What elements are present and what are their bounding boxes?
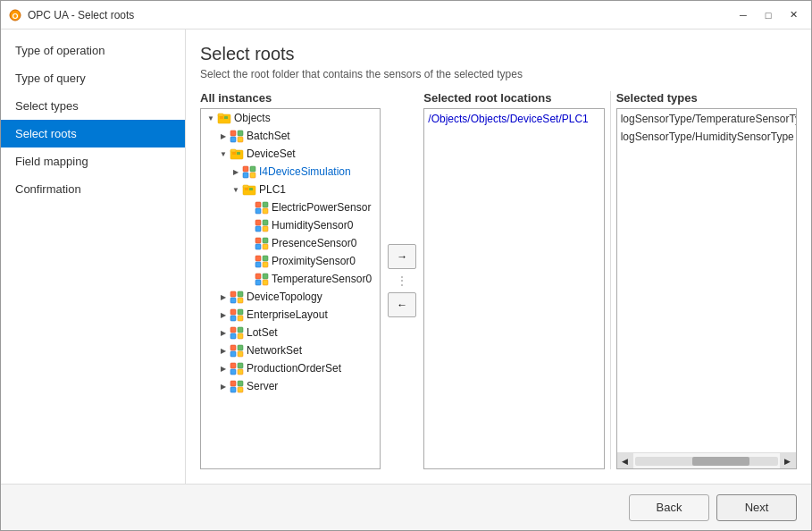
- back-button[interactable]: Back: [629, 494, 709, 521]
- scroll-right-button[interactable]: ▶: [780, 453, 796, 469]
- svg-rect-48: [230, 316, 236, 321]
- all-instances-tree[interactable]: Objects BatchSet: [200, 108, 381, 469]
- svg-rect-13: [237, 152, 240, 155]
- tree-node-lotset[interactable]: LotSet: [201, 324, 380, 341]
- svg-rect-35: [263, 256, 268, 261]
- tree-node-humidity0[interactable]: HumiditySensor0: [201, 216, 380, 234]
- tree-label-objects: Objects: [234, 112, 271, 124]
- svg-rect-51: [238, 327, 243, 333]
- sidebar-item-select-types[interactable]: Select types: [1, 92, 185, 120]
- tree-label-lotset: LotSet: [247, 326, 278, 339]
- tree-node-electric[interactable]: ElectricPowerSensor: [201, 198, 380, 216]
- tree-node-plc1[interactable]: PLC1: [201, 181, 380, 198]
- svg-rect-53: [238, 333, 243, 339]
- svg-rect-52: [230, 333, 236, 339]
- tree-node-server[interactable]: Server: [201, 377, 380, 395]
- tree-label-server: Server: [247, 380, 278, 392]
- dots-separator: ⋮: [396, 274, 408, 287]
- types-scrollbar[interactable]: ◀ ▶: [617, 452, 796, 468]
- svg-text:O: O: [12, 12, 18, 21]
- selected-roots-list[interactable]: /Objects/Objects/DeviceSet/PLC1: [423, 108, 604, 469]
- tree-label-batchset: BatchSet: [247, 130, 290, 142]
- tree-node-productionorder[interactable]: ProductionOrderSet: [201, 359, 380, 377]
- svg-rect-31: [263, 238, 268, 243]
- all-instances-panel: All instances Objects: [200, 91, 381, 469]
- panel-divider: [610, 91, 611, 469]
- sidebar-item-field-mapping[interactable]: Field mapping: [1, 148, 185, 175]
- expand-plc1-icon: [230, 186, 242, 194]
- object-icon-server: [230, 379, 244, 393]
- svg-rect-59: [238, 363, 243, 368]
- scroll-left-button[interactable]: ◀: [617, 453, 633, 469]
- main-content: Select roots Select the root folder that…: [186, 30, 811, 484]
- svg-rect-49: [238, 316, 243, 321]
- object-icon-productionorder: [230, 361, 244, 375]
- svg-rect-22: [255, 202, 261, 207]
- sidebar-item-type-operation[interactable]: Type of operation: [1, 37, 185, 64]
- svg-rect-29: [263, 226, 268, 232]
- svg-rect-34: [255, 256, 261, 261]
- svg-rect-14: [243, 166, 248, 172]
- close-button[interactable]: ✕: [783, 6, 804, 24]
- svg-rect-37: [263, 262, 268, 267]
- type-item-temperature: logSensorType/TemperatureSensorType: [621, 113, 792, 125]
- remove-root-button[interactable]: ←: [388, 292, 416, 317]
- app-icon: O: [8, 8, 22, 22]
- window-controls: ─ □ ✕: [732, 6, 804, 24]
- svg-rect-16: [243, 173, 248, 178]
- tree-label-temperature: TemperatureSensor0: [272, 273, 372, 285]
- svg-rect-64: [230, 387, 236, 392]
- tree-label-devicetopo: DeviceTopology: [247, 291, 322, 303]
- tree-node-proximity[interactable]: ProximitySensor0: [201, 252, 380, 270]
- object-icon-i4device: [242, 164, 256, 179]
- svg-rect-9: [238, 137, 243, 142]
- object-icon-proximity: [255, 254, 269, 268]
- expand-enterprise-icon: [217, 311, 230, 319]
- tree-node-temperature[interactable]: TemperatureSensor0: [201, 270, 380, 288]
- tree-node-presence[interactable]: PresenceSensor0: [201, 234, 380, 252]
- folder-icon: [217, 111, 231, 125]
- sidebar-item-type-query[interactable]: Type of query: [1, 64, 185, 92]
- svg-rect-19: [243, 185, 248, 188]
- tree-node-networkset[interactable]: NetworkSet: [201, 341, 380, 359]
- tree-node-batchset[interactable]: BatchSet: [201, 127, 380, 145]
- tree-label-humidity0: HumiditySensor0: [272, 219, 353, 232]
- svg-rect-8: [230, 137, 236, 142]
- sidebar-item-confirmation[interactable]: Confirmation: [1, 175, 185, 203]
- svg-rect-65: [238, 387, 243, 392]
- tree-node-objects[interactable]: Objects: [201, 109, 380, 127]
- sidebar-item-select-roots[interactable]: Select roots: [1, 120, 185, 148]
- svg-rect-61: [238, 369, 243, 375]
- object-icon-temperature: [255, 272, 269, 286]
- svg-rect-5: [224, 116, 228, 119]
- tree-node-devicetopology[interactable]: DeviceTopology: [201, 288, 380, 306]
- selected-roots-panel: Selected root locations /Objects/Objects…: [423, 91, 604, 469]
- tree-node-i4device[interactable]: I4DeviceSimulation: [201, 163, 380, 181]
- object-icon-networkset: [230, 343, 244, 358]
- add-root-button[interactable]: →: [388, 244, 416, 269]
- folder-icon-deviceset: [230, 147, 244, 161]
- tree-node-enterprise[interactable]: EnterpriseLayout: [201, 306, 380, 324]
- next-button[interactable]: Next: [716, 494, 797, 521]
- tree-label-proximity: ProximitySensor0: [272, 255, 356, 267]
- selected-types-list: logSensorType/TemperatureSensorType logS…: [616, 108, 797, 469]
- maximize-button[interactable]: □: [758, 6, 779, 24]
- svg-rect-24: [255, 208, 261, 214]
- expand-i4device-icon: [230, 168, 242, 176]
- selected-types-panel: Selected types logSensorType/Temperature…: [616, 91, 797, 469]
- selected-location-item[interactable]: /Objects/Objects/DeviceSet/PLC1: [424, 109, 603, 129]
- expand-batchset-icon: [217, 132, 230, 140]
- svg-rect-17: [250, 173, 255, 178]
- selected-types-content: logSensorType/TemperatureSensorType logS…: [617, 109, 796, 152]
- scroll-track[interactable]: [635, 457, 778, 466]
- tree-node-deviceset[interactable]: DeviceSet: [201, 145, 380, 163]
- footer: Back Next: [1, 484, 811, 530]
- tree-label-presence: PresenceSensor0: [272, 237, 356, 249]
- svg-rect-36: [255, 262, 261, 267]
- svg-rect-4: [220, 116, 223, 119]
- object-icon-electric: [255, 200, 269, 215]
- tree-label-electric: ElectricPowerSensor: [272, 201, 371, 214]
- type-item-humidity: logSensorType/HumiditySensorType: [621, 131, 792, 143]
- minimize-button[interactable]: ─: [732, 6, 754, 24]
- sidebar: Type of operation Type of query Select t…: [1, 30, 186, 484]
